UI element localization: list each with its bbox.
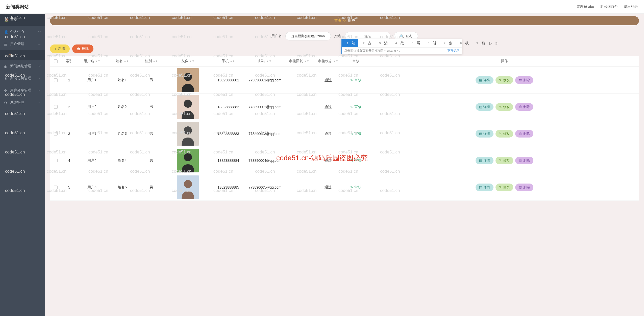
logout-link[interactable]: 退出登录 xyxy=(624,5,638,9)
ime-next-icon[interactable]: ▷ xyxy=(489,41,492,45)
ime-hint[interactable]: 点击前往设置页面开启模糊音＜an,ang＞。 xyxy=(344,49,402,53)
ime-candidate[interactable]: 1站 xyxy=(342,39,358,47)
status-link[interactable]: 通过 xyxy=(325,105,332,109)
sidebar-item-label: 用户管理 xyxy=(10,42,24,46)
search-input-username[interactable] xyxy=(285,32,331,40)
cell-email: 773890001@qq.com xyxy=(246,78,284,82)
th-status[interactable]: 审核状态 xyxy=(318,59,332,63)
ime-candidate[interactable]: 6斩 xyxy=(423,39,439,47)
audit-button[interactable]: ✎审核 xyxy=(350,105,361,109)
th-username[interactable]: 用户名 xyxy=(84,59,94,63)
edit-button[interactable]: ✎修改 xyxy=(496,130,513,138)
ime-candidate[interactable]: 5展 xyxy=(407,39,423,47)
cell-index: 1 xyxy=(62,78,77,82)
cell-name: 姓名2 xyxy=(107,105,137,109)
table-row: 2用户2姓名2男13823888882773890002@qq.com通过✎审核… xyxy=(50,94,639,120)
th-email[interactable]: 邮箱 xyxy=(258,59,265,63)
row-delete-button[interactable]: 🗑删除 xyxy=(515,76,533,84)
detail-button[interactable]: ▤详情 xyxy=(476,130,493,138)
sidebar-subitem-user[interactable]: 用户 xyxy=(0,50,45,60)
ime-candidate[interactable]: 7詹 xyxy=(439,39,455,47)
cell-name: 姓名5 xyxy=(107,185,137,190)
sidebar-item-system[interactable]: ⚙系统管理 ﹀ xyxy=(0,97,45,109)
user-icon: 👤 xyxy=(4,30,8,34)
trash-icon: 🗑 xyxy=(77,47,80,51)
status-link[interactable]: 通过 xyxy=(325,185,332,190)
th-reply[interactable]: 审核回复 xyxy=(289,59,303,63)
sort-icon[interactable]: ▲▼ xyxy=(95,60,100,62)
sidebar-item-user-share[interactable]: ✣用户分享管理 ﹀ xyxy=(0,84,45,97)
th-avatar[interactable]: 头像 xyxy=(181,59,188,63)
row-delete-button[interactable]: 🗑删除 xyxy=(515,184,533,191)
trash-icon: 🗑 xyxy=(519,132,522,136)
sidebar: 🏠首页 👤个人中心 ﹀ ☰用户管理 ︿ 用户 ◉新闻类别管理 ﹀ 🗎新闻信息管理… xyxy=(0,14,45,316)
sidebar-item-home[interactable]: 🏠首页 xyxy=(0,14,45,26)
sort-icon[interactable]: ▲▼ xyxy=(266,60,271,62)
cell-gender: 男 xyxy=(137,78,165,82)
edit-button[interactable]: ✎修改 xyxy=(496,157,513,164)
audit-button[interactable]: ✎审核 xyxy=(350,158,361,163)
detail-button[interactable]: ▤详情 xyxy=(476,103,493,111)
sort-icon[interactable]: ▲▼ xyxy=(124,60,129,62)
th-gender[interactable]: 性别 xyxy=(145,59,152,63)
edit-button[interactable]: ✎修改 xyxy=(496,76,513,84)
detail-button[interactable]: ▤详情 xyxy=(476,184,493,191)
row-checkbox[interactable] xyxy=(54,78,58,82)
detail-button[interactable]: ▤详情 xyxy=(476,76,493,84)
th-audit: 审核 xyxy=(352,59,359,63)
cell-email: 773890005@qq.com xyxy=(246,185,284,189)
edit-button[interactable]: ✎修改 xyxy=(496,184,513,191)
row-checkbox[interactable] xyxy=(54,186,58,189)
doc-icon: ▤ xyxy=(479,185,482,189)
edit-button[interactable]: ✎修改 xyxy=(496,103,513,111)
row-checkbox[interactable] xyxy=(54,159,58,162)
cell-index: 2 xyxy=(62,105,77,109)
chevron-down-icon: ﹀ xyxy=(38,30,41,34)
status-link[interactable]: 通过 xyxy=(325,78,332,82)
row-checkbox[interactable] xyxy=(54,105,58,109)
sort-icon[interactable]: ▲▼ xyxy=(333,60,338,62)
ime-smile-icon[interactable]: ☺ xyxy=(494,41,498,45)
row-checkbox[interactable] xyxy=(54,132,58,136)
delete-button[interactable]: 🗑 删除 xyxy=(72,44,93,53)
goto-front-link[interactable]: 退出到前台 xyxy=(600,5,618,9)
sort-icon[interactable]: ▲▼ xyxy=(304,60,309,62)
edit-icon: ✎ xyxy=(350,132,353,136)
select-all-checkbox[interactable] xyxy=(54,59,58,63)
sidebar-item-news-category[interactable]: ◉新闻类别管理 ﹀ xyxy=(0,60,45,72)
search-button-label: 查询 xyxy=(406,34,412,38)
ime-candidate[interactable]: 8栈 xyxy=(455,39,471,47)
row-delete-button[interactable]: 🗑删除 xyxy=(515,130,533,138)
ime-candidate[interactable]: 4战 xyxy=(390,39,406,47)
status-link[interactable]: 通过 xyxy=(325,131,332,136)
sidebar-item-label: 首页 xyxy=(10,17,17,22)
detail-button[interactable]: ▤详情 xyxy=(476,157,493,164)
cell-username: 用户1 xyxy=(77,78,107,82)
row-delete-button[interactable]: 🗑删除 xyxy=(515,157,533,164)
th-phone[interactable]: 手机 xyxy=(222,59,229,63)
breadcrumb-home[interactable]: 首页 xyxy=(334,18,341,23)
sidebar-item-news-info[interactable]: 🗎新闻信息管理 ﹀ xyxy=(0,72,45,84)
audit-button[interactable]: ✎审核 xyxy=(350,78,361,82)
sort-icon[interactable]: ▲▼ xyxy=(153,60,158,62)
ime-candidate[interactable]: 2占 xyxy=(358,39,374,47)
sort-icon[interactable]: ▲▼ xyxy=(189,60,194,62)
th-name[interactable]: 姓名 xyxy=(116,59,123,63)
search-icon: 🔍 xyxy=(400,34,404,38)
avatar xyxy=(177,149,199,172)
sort-icon[interactable]: ▲▼ xyxy=(230,60,235,62)
add-button[interactable]: + 新增 xyxy=(50,44,70,53)
ime-candidate[interactable]: 9粘 xyxy=(471,39,487,47)
audit-button[interactable]: ✎审核 xyxy=(350,185,361,190)
ime-candidate[interactable]: 3沾 xyxy=(374,39,390,47)
sidebar-item-user-manage[interactable]: ☰用户管理 ︿ xyxy=(0,38,45,50)
admin-label[interactable]: 管理员 abo xyxy=(577,5,594,9)
ime-dismiss-link[interactable]: 不再提示 xyxy=(447,49,459,53)
audit-button[interactable]: ✎审核 xyxy=(350,131,361,136)
sidebar-item-label: 新闻信息管理 xyxy=(10,76,31,81)
status-link[interactable]: 通过 xyxy=(325,158,332,163)
cell-name: 姓名1 xyxy=(107,78,137,82)
sidebar-item-profile[interactable]: 👤个人中心 ﹀ xyxy=(0,26,45,38)
row-delete-button[interactable]: 🗑删除 xyxy=(515,103,533,111)
th-ops: 操作 xyxy=(501,59,508,63)
